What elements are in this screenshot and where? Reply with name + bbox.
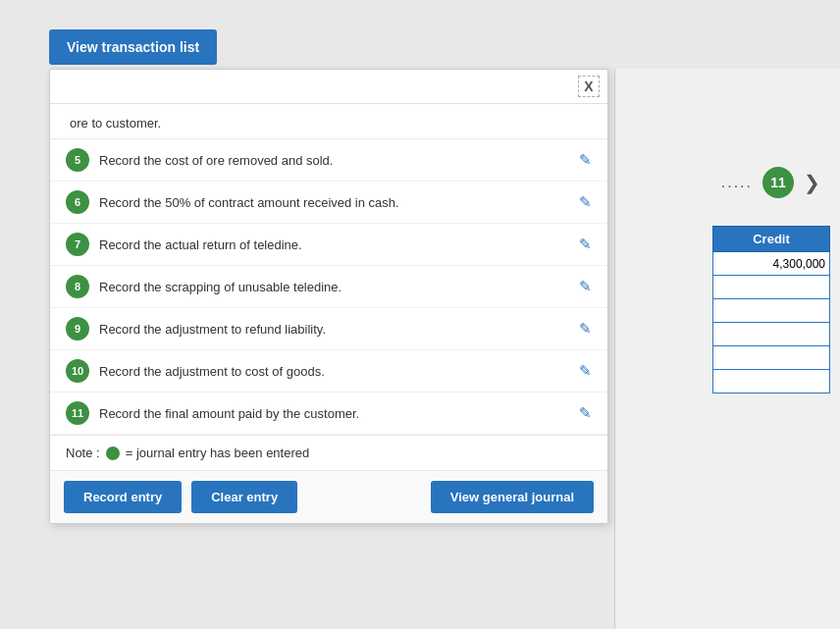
note-text: = journal entry has been entered xyxy=(126,446,310,460)
view-transaction-button[interactable]: View transaction list xyxy=(49,29,217,65)
note-dot-icon xyxy=(106,446,120,460)
credit-row-empty-5 xyxy=(712,370,830,393)
view-general-journal-button[interactable]: View general journal xyxy=(431,481,594,513)
next-page-arrow[interactable]: ❯ xyxy=(804,171,820,194)
close-button[interactable]: X xyxy=(578,76,600,97)
entry-description: Record the cost of ore removed and sold. xyxy=(99,153,571,168)
credit-row-empty-2 xyxy=(712,299,830,323)
list-item: 8Record the scrapping of unusable teledi… xyxy=(50,266,607,308)
list-item: 6Record the 50% of contract amount recei… xyxy=(50,182,607,224)
right-panel: ..... 11 ❯ Credit 4,300,000 xyxy=(614,69,840,629)
entry-description: Record the final amount paid by the cust… xyxy=(99,406,571,421)
modal-footer: Record entry Clear entry View general jo… xyxy=(50,470,607,523)
entry-description: Record the 50% of contract amount receiv… xyxy=(99,195,571,210)
entries-list: 5Record the cost of ore removed and sold… xyxy=(50,138,607,435)
list-item: 10Record the adjustment to cost of goods… xyxy=(50,350,607,393)
edit-icon[interactable]: ✎ xyxy=(579,278,592,295)
entry-description: Record the adjustment to cost of goods. xyxy=(99,364,571,379)
modal-panel: X ore to customer. 5Record the cost of o… xyxy=(49,69,608,524)
current-page-circle: 11 xyxy=(762,167,794,198)
record-entry-button[interactable]: Record entry xyxy=(64,481,182,513)
edit-icon[interactable]: ✎ xyxy=(579,193,592,211)
note-prefix: Note : xyxy=(66,446,100,460)
credit-row-empty-3 xyxy=(712,323,830,346)
list-item: 9Record the adjustment to refund liabili… xyxy=(50,308,607,350)
partial-description: ore to customer. xyxy=(50,104,607,138)
edit-icon[interactable]: ✎ xyxy=(579,404,592,422)
entry-number-badge: 8 xyxy=(66,275,89,298)
note-row: Note : = journal entry has been entered xyxy=(50,435,607,470)
credit-row-empty-1 xyxy=(712,276,830,299)
entry-description: Record the scrapping of unusable teledin… xyxy=(99,280,571,294)
edit-icon[interactable]: ✎ xyxy=(579,362,592,380)
edit-icon[interactable]: ✎ xyxy=(579,320,592,338)
list-item: 11Record the final amount paid by the cu… xyxy=(50,393,607,435)
entry-number-badge: 5 xyxy=(66,148,89,172)
credit-row-value: 4,300,000 xyxy=(712,252,830,276)
entry-number-badge: 11 xyxy=(66,401,89,425)
entry-number-badge: 9 xyxy=(66,317,89,341)
list-item: 5Record the cost of ore removed and sold… xyxy=(50,139,607,182)
edit-icon[interactable]: ✎ xyxy=(579,236,592,253)
pagination-nav: ..... 11 ❯ xyxy=(721,167,820,198)
credit-header: Credit xyxy=(712,226,830,252)
modal-header: X xyxy=(50,70,607,104)
edit-icon[interactable]: ✎ xyxy=(579,151,592,169)
list-item: 7Record the actual return of teledine.✎ xyxy=(50,224,607,266)
entry-number-badge: 6 xyxy=(66,190,89,214)
pagination-dots: ..... xyxy=(721,174,753,191)
entry-number-badge: 7 xyxy=(66,233,89,256)
entry-description: Record the actual return of teledine. xyxy=(99,237,571,252)
credit-table: Credit 4,300,000 xyxy=(712,226,830,393)
entry-number-badge: 10 xyxy=(66,359,89,383)
entry-description: Record the adjustment to refund liabilit… xyxy=(99,322,571,337)
credit-row-empty-4 xyxy=(712,346,830,370)
clear-entry-button[interactable]: Clear entry xyxy=(191,481,297,513)
